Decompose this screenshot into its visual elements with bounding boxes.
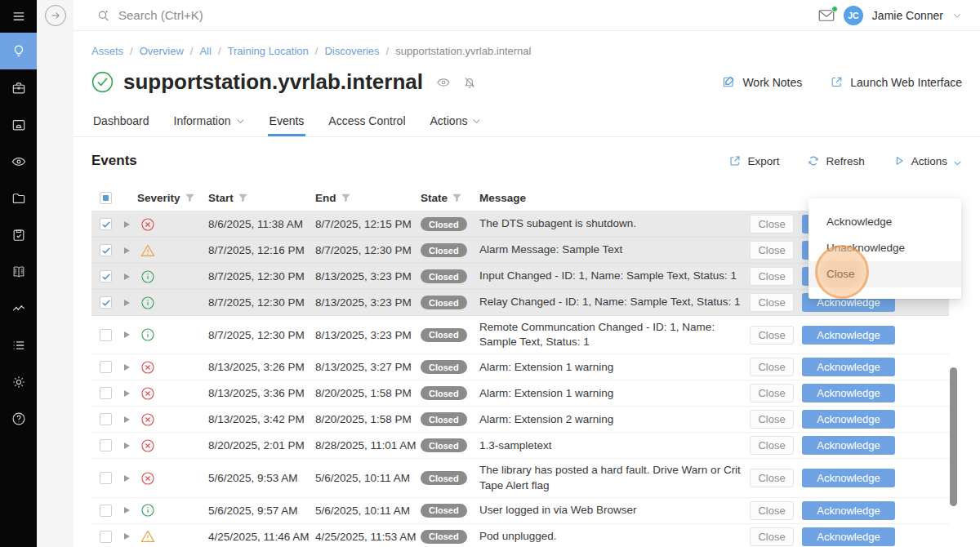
actions-button[interactable]: Actions (893, 154, 962, 167)
column-header-message: Message (479, 192, 750, 204)
end-cell: 8/7/2025, 12:30 PM (315, 244, 421, 256)
sidebar-item-monitoring[interactable] (0, 143, 37, 180)
chevron-down-icon[interactable] (952, 11, 962, 20)
sidebar-item-assets[interactable] (0, 33, 37, 69)
close-button[interactable]: Close (750, 410, 794, 429)
breadcrumb-link-all[interactable]: All (199, 45, 211, 57)
close-button[interactable]: Close (750, 527, 794, 546)
select-all-checkbox[interactable] (100, 192, 112, 204)
close-cell: Close (750, 267, 802, 286)
expand-row-arrow-icon[interactable] (124, 533, 130, 540)
close-button[interactable]: Close (750, 293, 794, 312)
row-checkbox[interactable] (100, 387, 112, 399)
expand-row-arrow-icon[interactable] (124, 221, 130, 228)
close-button[interactable]: Close (750, 215, 794, 233)
tab-information[interactable]: Information (172, 108, 247, 136)
tab-events[interactable]: Events (268, 108, 306, 136)
row-checkbox[interactable] (100, 296, 112, 309)
acknowledge-button[interactable]: Acknowledge (802, 501, 895, 520)
close-cell: Close (750, 527, 802, 546)
user-name[interactable]: Jamie Conner (872, 9, 943, 22)
sidebar-item-analytics[interactable] (0, 290, 37, 327)
acknowledge-button[interactable]: Acknowledge (802, 410, 895, 429)
breadcrumb-link-overview[interactable]: Overview (140, 45, 184, 57)
row-checkbox[interactable] (100, 361, 112, 373)
close-cell: Close (750, 215, 802, 233)
column-header-state[interactable]: State (421, 192, 479, 204)
acknowledge-button[interactable]: Acknowledge (802, 358, 895, 376)
expand-row-arrow-icon[interactable] (124, 274, 130, 280)
row-checkbox[interactable] (100, 270, 112, 282)
expand-row-arrow-icon[interactable] (124, 475, 130, 482)
row-checkbox[interactable] (100, 531, 112, 543)
close-button[interactable]: Close (750, 501, 794, 520)
sidebar-item-inventory[interactable] (0, 69, 37, 106)
tab-access-control[interactable]: Access Control (327, 108, 407, 136)
state-cell: Closed (421, 269, 479, 283)
close-button[interactable]: Close (750, 326, 794, 345)
severity-cell (137, 503, 208, 518)
sidebar-item-help[interactable] (0, 400, 37, 437)
expand-row-arrow-icon[interactable] (124, 442, 130, 449)
table-row: 8/13/2025, 3:26 PM8/13/2025, 3:27 PMClos… (91, 354, 949, 380)
export-label: Export (747, 155, 779, 167)
acknowledge-button[interactable]: Acknowledge (802, 527, 895, 546)
severity-info-icon (140, 503, 155, 518)
expand-row-arrow-icon[interactable] (124, 247, 130, 254)
work-notes-button[interactable]: Work Notes (722, 75, 802, 89)
expand-row-arrow-icon[interactable] (124, 364, 130, 371)
expand-row-arrow-icon[interactable] (124, 390, 130, 397)
tab-actions[interactable]: Actions (429, 108, 483, 136)
breadcrumb-link-discoveries[interactable]: Discoveries (324, 45, 379, 57)
sidebar-item-devices[interactable] (0, 106, 37, 143)
status-ok-icon (91, 71, 114, 93)
search-input[interactable]: Search (Ctrl+K) (96, 8, 818, 23)
breadcrumb-link-assets[interactable]: Assets (91, 45, 123, 57)
sidebar-item-library[interactable] (0, 253, 37, 290)
row-checkbox[interactable] (100, 505, 112, 517)
menu-item-acknowledge[interactable]: Acknowledge (808, 209, 961, 235)
column-header-severity[interactable]: Severity (137, 192, 208, 204)
sidebar-item-files[interactable] (0, 180, 37, 216)
column-header-end[interactable]: End (315, 192, 421, 204)
row-checkbox[interactable] (100, 439, 112, 451)
expand-row-arrow-icon[interactable] (124, 416, 130, 423)
acknowledge-button[interactable]: Acknowledge (802, 436, 895, 455)
avatar[interactable]: JC (844, 6, 863, 25)
mail-button[interactable] (818, 9, 835, 22)
sidebar-item-logs[interactable] (0, 327, 37, 363)
expand-row-arrow-icon[interactable] (124, 300, 130, 306)
close-button[interactable]: Close (750, 267, 794, 286)
expand-sidebar-button[interactable] (45, 5, 66, 26)
column-header-start[interactable]: Start (208, 192, 315, 204)
close-button[interactable]: Close (750, 384, 794, 402)
acknowledge-button[interactable]: Acknowledge (802, 469, 895, 487)
row-checkbox[interactable] (100, 413, 112, 425)
close-button[interactable]: Close (750, 469, 794, 487)
close-button[interactable]: Close (750, 436, 794, 455)
sidebar-item-tasks[interactable] (0, 216, 37, 253)
expand-row-cell (116, 274, 137, 280)
watch-eye-icon[interactable] (436, 75, 451, 90)
row-checkbox[interactable] (100, 244, 112, 256)
close-button[interactable]: Close (750, 358, 794, 376)
row-checkbox-cell (91, 296, 116, 309)
vertical-scrollbar-thumb[interactable] (950, 367, 957, 506)
acknowledge-button[interactable]: Acknowledge (802, 384, 895, 402)
expand-row-arrow-icon[interactable] (124, 507, 130, 514)
acknowledge-button[interactable]: Acknowledge (802, 326, 895, 345)
refresh-button[interactable]: Refresh (807, 154, 864, 167)
sidebar-item-menu[interactable] (0, 0, 37, 33)
notifications-muted-icon[interactable] (462, 75, 477, 90)
expand-row-arrow-icon[interactable] (124, 331, 130, 338)
breadcrumb-link-training-location[interactable]: Training Location (228, 45, 309, 57)
tab-dashboard[interactable]: Dashboard (91, 108, 151, 136)
row-checkbox[interactable] (100, 472, 112, 484)
row-checkbox[interactable] (100, 218, 112, 230)
row-checkbox[interactable] (100, 329, 112, 341)
launch-web-interface-button[interactable]: Launch Web Interface (830, 75, 962, 89)
close-button[interactable]: Close (750, 241, 794, 260)
export-button[interactable]: Export (728, 154, 779, 167)
sidebar-item-settings[interactable] (0, 363, 37, 400)
close-cell: Close (750, 410, 802, 429)
